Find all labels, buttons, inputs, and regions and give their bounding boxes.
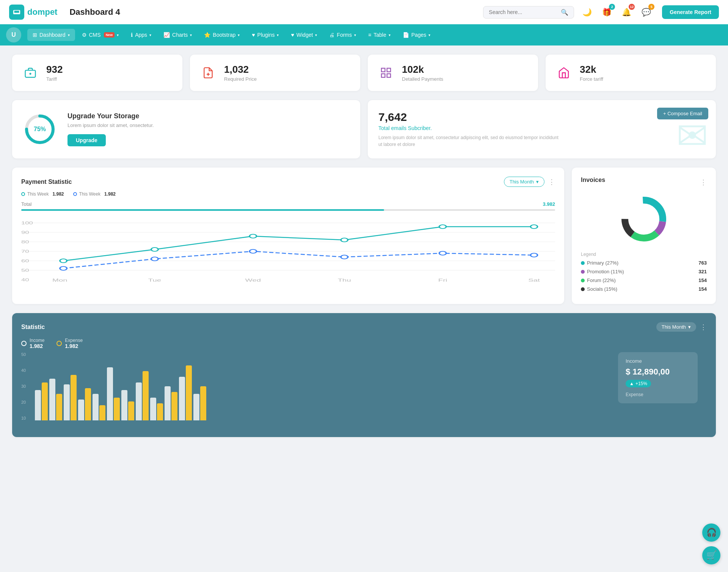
statistic-filter-button[interactable]: This Month ▾ bbox=[656, 322, 696, 332]
inv-name-promotion: Promotion (11%) bbox=[581, 269, 624, 274]
inv-name-socials: Socials (15%) bbox=[581, 286, 617, 292]
search-box[interactable]: 🔍 bbox=[483, 6, 574, 19]
inv-dot-promotion bbox=[581, 270, 585, 274]
nav-item-apps[interactable]: ℹ Apps ▾ bbox=[126, 29, 157, 41]
chevron-down-icon-plugins: ▾ bbox=[277, 33, 279, 37]
svg-text:90: 90 bbox=[21, 230, 29, 235]
svg-rect-8 bbox=[387, 74, 391, 77]
inv-row-socials: Socials (15%) 154 bbox=[581, 286, 707, 292]
gift-icon-btn[interactable]: 🎁 2 bbox=[600, 5, 613, 19]
nav-item-plugins[interactable]: ♥ Plugins ▾ bbox=[246, 29, 284, 41]
upgrade-card: 75% Upgrade Your Storage Lorem ipsum dol… bbox=[12, 100, 360, 158]
legend-val-1: 1.982 bbox=[52, 191, 64, 197]
chat-icon-btn[interactable]: 💬 5 bbox=[639, 5, 653, 19]
svg-text:80: 80 bbox=[21, 240, 29, 244]
inv-dot-socials bbox=[581, 287, 585, 291]
chevron-down-icon: ▾ bbox=[68, 33, 70, 37]
nav-item-bootstrap[interactable]: ⭐ Bootstrap ▾ bbox=[199, 29, 245, 41]
nav-label-bootstrap: Bootstrap bbox=[213, 32, 235, 38]
invoices-more-icon[interactable]: ⋮ bbox=[700, 178, 707, 186]
statistic-more-icon[interactable]: ⋮ bbox=[700, 323, 707, 331]
bell-icon-btn[interactable]: 🔔 12 bbox=[620, 5, 633, 19]
nav-item-forms[interactable]: 🖨 Forms ▾ bbox=[324, 29, 361, 41]
svg-rect-5 bbox=[381, 68, 385, 72]
nav-item-pages[interactable]: 📄 Pages ▾ bbox=[397, 29, 436, 41]
svg-text:Thu: Thu bbox=[338, 278, 351, 282]
total-value: 3.982 bbox=[543, 201, 555, 207]
stat-card-tariff-text: 932 Tariff bbox=[46, 64, 63, 82]
chevron-down-icon-charts: ▾ bbox=[190, 33, 192, 37]
svg-text:Tue: Tue bbox=[148, 278, 161, 282]
chevron-down-icon-bootstrap: ▾ bbox=[238, 33, 240, 37]
stat-card-tariff: 932 Tariff bbox=[12, 55, 182, 91]
stat-card-payments-text: 102k Detalled Payments bbox=[402, 64, 443, 82]
bar-yellow-6 bbox=[114, 398, 120, 420]
inv-count-primary: 763 bbox=[698, 260, 707, 266]
payment-title: Payment Statistic bbox=[21, 179, 72, 185]
nav-label-dashboard: Dashboard bbox=[39, 32, 66, 38]
nav-label-plugins: Plugins bbox=[257, 32, 275, 38]
payment-line-chart: 100 90 80 70 60 50 40 bbox=[21, 215, 555, 284]
logo-text: dompet bbox=[27, 7, 57, 17]
income-badge: ▲ +15% bbox=[626, 380, 651, 387]
svg-point-27 bbox=[341, 238, 348, 242]
nav-item-widget[interactable]: ♥ Widget ▾ bbox=[286, 29, 322, 41]
nav-label-widget: Widget bbox=[297, 32, 313, 38]
upgrade-title: Upgrade Your Storage bbox=[67, 112, 154, 120]
bar-white-4 bbox=[78, 400, 84, 420]
logo: dompet bbox=[9, 5, 57, 20]
moon-icon-btn[interactable]: 🌙 bbox=[580, 5, 594, 19]
inv-name-forum: Forum (22%) bbox=[581, 277, 616, 283]
generate-report-button[interactable]: Generate Report bbox=[662, 5, 719, 19]
envelope-icon: ✉ bbox=[676, 117, 708, 155]
middle-row: 75% Upgrade Your Storage Lorem ipsum dol… bbox=[12, 100, 716, 158]
svg-point-32 bbox=[249, 249, 257, 253]
nav-item-charts[interactable]: 📈 Charts ▾ bbox=[158, 29, 197, 41]
legend-label-1: This Week bbox=[27, 191, 49, 197]
upgrade-button[interactable]: Upgrade bbox=[67, 134, 106, 146]
nav-item-dashboard[interactable]: ⊞ Dashboard ▾ bbox=[27, 29, 75, 41]
statistic-card: Statistic This Month ▾ ⋮ Income 1.982 bbox=[12, 313, 716, 437]
bell-badge: 12 bbox=[629, 4, 635, 10]
payment-filter-button[interactable]: This Month ▾ bbox=[504, 177, 544, 187]
income-label: Income bbox=[30, 338, 44, 343]
page-title: Dashboard 4 bbox=[69, 7, 483, 17]
payment-more-icon[interactable]: ⋮ bbox=[548, 178, 555, 186]
nav-label-apps: Apps bbox=[135, 32, 147, 38]
bar-white-7 bbox=[121, 390, 127, 420]
plugins-icon: ♥ bbox=[252, 32, 255, 38]
stat-card-payments: 102k Detalled Payments bbox=[368, 55, 538, 91]
invoices-title: Invoices bbox=[581, 177, 605, 183]
nav-item-cms[interactable]: ⚙ CMS New ▾ bbox=[77, 29, 124, 41]
email-subtitle: Total emails Subcriber. bbox=[378, 125, 705, 131]
svg-point-33 bbox=[341, 255, 348, 259]
bar-group-1 bbox=[35, 382, 48, 420]
inv-row-forum: Forum (22%) 154 bbox=[581, 277, 707, 283]
payments-icon bbox=[377, 64, 395, 82]
bar-group-4 bbox=[78, 388, 91, 420]
bar-groups bbox=[35, 365, 707, 420]
bar-yellow-7 bbox=[128, 401, 134, 420]
total-label: Total bbox=[21, 201, 31, 207]
bar-yellow-12 bbox=[200, 386, 206, 420]
search-icon: 🔍 bbox=[561, 9, 568, 16]
svg-point-30 bbox=[60, 266, 67, 270]
svg-point-28 bbox=[439, 225, 446, 229]
stat-card-force-tariff-text: 32k Force tariff bbox=[580, 64, 603, 82]
svg-text:50: 50 bbox=[21, 268, 29, 273]
nav-item-table[interactable]: ≡ Table ▾ bbox=[363, 29, 396, 41]
search-input[interactable] bbox=[489, 9, 558, 15]
bar-yellow-5 bbox=[99, 405, 105, 420]
total-row: Total 3.982 bbox=[21, 201, 555, 207]
invoices-legend: Legend Primary (27%) 763 Promotion (11%)… bbox=[581, 252, 707, 292]
bar-yellow-8 bbox=[143, 371, 149, 420]
email-description: Lorem ipsum dolor sit amet, consectetur … bbox=[378, 134, 560, 148]
income-panel-label: Income bbox=[626, 358, 690, 364]
bar-yellow-3 bbox=[71, 375, 77, 420]
svg-point-25 bbox=[151, 248, 158, 251]
bar-white-11 bbox=[179, 377, 185, 420]
statistic-header: Statistic This Month ▾ ⋮ bbox=[21, 322, 707, 332]
svg-text:40: 40 bbox=[21, 278, 29, 282]
inv-row-promotion: Promotion (11%) 321 bbox=[581, 269, 707, 274]
tariff-icon bbox=[21, 64, 39, 82]
